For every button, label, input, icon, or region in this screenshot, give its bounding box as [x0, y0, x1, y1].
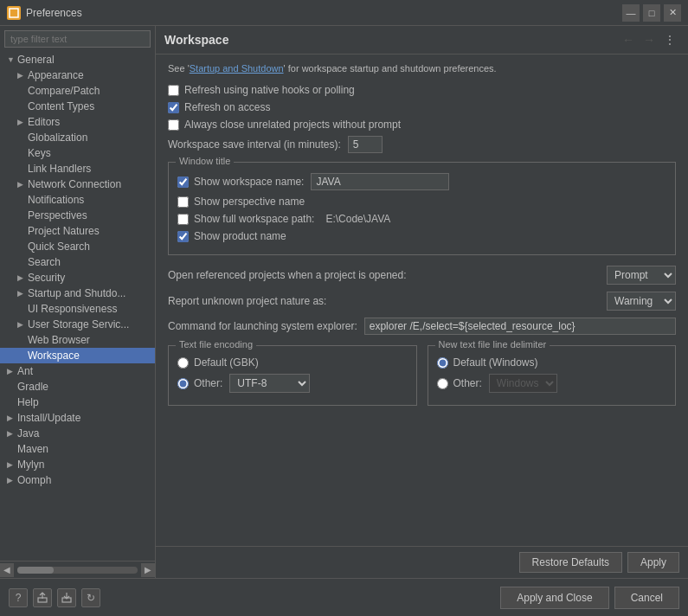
- sidebar-item-user-storage[interactable]: ▶User Storage Servic...: [0, 317, 155, 332]
- tree-label-security: Security: [28, 272, 151, 284]
- tree-label-gradle: Gradle: [17, 381, 151, 393]
- delimiter-other-label: Other:: [453, 377, 482, 389]
- report-unknown-label: Report unknown project nature as:: [168, 295, 600, 307]
- sidebar-item-quick-search[interactable]: Quick Search: [0, 239, 155, 254]
- show-full-path-checkbox[interactable]: [177, 214, 189, 225]
- sidebar-item-globalization[interactable]: Globalization: [0, 130, 155, 145]
- scroll-track: [17, 567, 138, 574]
- sidebar-item-network-connection[interactable]: ▶Network Connection: [0, 176, 155, 192]
- cancel-button[interactable]: Cancel: [614, 587, 679, 609]
- restore-defaults-button[interactable]: Restore Defaults: [519, 552, 622, 573]
- tree-label-user-storage: User Storage Servic...: [28, 318, 151, 330]
- scroll-right-button[interactable]: ▶: [141, 563, 155, 577]
- sidebar-item-mylyn[interactable]: ▶Mylyn: [0, 457, 155, 472]
- sidebar-item-notifications[interactable]: Notifications: [0, 192, 155, 208]
- tree-label-search: Search: [28, 256, 151, 268]
- import-icon[interactable]: [57, 588, 76, 607]
- delimiter-default-label: Default (Windows): [453, 356, 538, 369]
- tree-label-globalization: Globalization: [28, 132, 151, 144]
- back-button[interactable]: ←: [619, 31, 638, 48]
- refresh-access-label: Refresh on access: [184, 101, 270, 113]
- delimiter-other-row: Other: Windows Unix MacOS: [437, 374, 667, 393]
- sidebar-item-link-handlers[interactable]: Link Handlers: [0, 161, 155, 176]
- sidebar-item-web-browser[interactable]: Web Browser: [0, 332, 155, 348]
- sidebar-item-security[interactable]: ▶Security: [0, 270, 155, 286]
- minimize-button[interactable]: —: [622, 4, 640, 22]
- encoding-default-row: Default (GBK): [177, 356, 408, 369]
- delimiter-default-radio[interactable]: [437, 357, 448, 369]
- workspace-interval-row: Workspace save interval (in minutes):: [168, 136, 676, 153]
- export-icon[interactable]: [33, 588, 52, 607]
- filter-input[interactable]: [4, 30, 151, 48]
- tree-label-mylyn: Mylyn: [17, 459, 151, 471]
- refresh-icon[interactable]: ↻: [81, 588, 100, 607]
- delimiter-other-radio[interactable]: [437, 378, 448, 389]
- tree-area[interactable]: ▼General▶AppearanceCompare/PatchContent …: [0, 52, 155, 561]
- startup-shutdown-link[interactable]: Startup and Shutdown: [190, 63, 284, 74]
- tree-arrow-java: ▶: [7, 429, 17, 438]
- encoding-other-select[interactable]: UTF-8 UTF-16 ISO-8859-1 GBK: [229, 374, 310, 393]
- sidebar-item-workspace[interactable]: Workspace: [0, 348, 155, 363]
- sidebar-item-ant[interactable]: ▶Ant: [0, 363, 155, 379]
- apply-button[interactable]: Apply: [627, 552, 679, 573]
- workspace-name-input[interactable]: [311, 173, 449, 190]
- two-col-groups: Text file encoding Default (GBK) Other: …: [168, 345, 676, 406]
- close-unrelated-checkbox[interactable]: [168, 119, 179, 131]
- refresh-native-checkbox[interactable]: [168, 85, 179, 96]
- sidebar-item-content-types[interactable]: Content Types: [0, 99, 155, 114]
- encoding-default-radio[interactable]: [177, 357, 189, 369]
- help-icon[interactable]: ?: [9, 588, 28, 607]
- line-delimiter-title: New text file line delimiter: [435, 339, 550, 350]
- show-perspective-checkbox[interactable]: [177, 196, 189, 208]
- show-full-path-label: Show full workspace path:: [194, 213, 314, 225]
- apply-close-button[interactable]: Apply and Close: [500, 587, 608, 609]
- sidebar-item-project-natures[interactable]: Project Natures: [0, 223, 155, 239]
- show-product-name-label: Show product name: [194, 230, 286, 242]
- tree-label-keys: Keys: [28, 147, 151, 159]
- refresh-access-checkbox[interactable]: [168, 102, 179, 113]
- tree-arrow-editors: ▶: [17, 118, 28, 126]
- encoding-default-label: Default (GBK): [194, 356, 259, 369]
- delimiter-other-select[interactable]: Windows Unix MacOS: [489, 374, 557, 393]
- tree-label-network-connection: Network Connection: [28, 178, 151, 190]
- scroll-thumb: [17, 567, 54, 574]
- text-encoding-title: Text file encoding: [176, 339, 256, 350]
- show-workspace-name-label: Show workspace name:: [194, 176, 304, 188]
- content-body: See 'Startup and Shutdown' for workspace…: [156, 55, 688, 546]
- show-product-name-checkbox[interactable]: [177, 231, 189, 242]
- sidebar-item-startup-shutdown[interactable]: ▶Startup and Shutdo...: [0, 286, 155, 301]
- tree-arrow-oomph: ▶: [7, 476, 17, 484]
- sidebar-item-compare-patch[interactable]: Compare/Patch: [0, 83, 155, 99]
- show-workspace-name-checkbox[interactable]: [177, 176, 189, 188]
- command-explorer-input[interactable]: [364, 318, 676, 335]
- sidebar-item-search[interactable]: Search: [0, 254, 155, 270]
- encoding-other-radio[interactable]: [177, 378, 189, 389]
- maximize-button[interactable]: □: [643, 4, 660, 22]
- titlebar: Preferences — □ ✕: [0, 0, 688, 26]
- sidebar-item-help[interactable]: Help: [0, 395, 155, 410]
- sidebar-item-gradle[interactable]: Gradle: [0, 379, 155, 395]
- action-bar: Restore Defaults Apply: [156, 546, 688, 578]
- sidebar-item-perspectives[interactable]: Perspectives: [0, 208, 155, 223]
- sidebar-item-ui-responsiveness[interactable]: UI Responsiveness: [0, 301, 155, 317]
- app-icon: [7, 6, 21, 20]
- sidebar-item-keys[interactable]: Keys: [0, 145, 155, 161]
- report-unknown-select[interactable]: Warning Error Ignore: [607, 292, 676, 311]
- tree-label-appearance: Appearance: [28, 69, 151, 81]
- menu-button[interactable]: ⋮: [660, 31, 679, 48]
- sidebar-item-appearance[interactable]: ▶Appearance: [0, 67, 155, 83]
- workspace-interval-input[interactable]: [348, 136, 383, 153]
- sidebar-item-general[interactable]: ▼General: [0, 52, 155, 67]
- sidebar-item-maven[interactable]: Maven: [0, 441, 155, 457]
- scroll-left-button[interactable]: ◀: [0, 563, 14, 577]
- close-button[interactable]: ✕: [664, 4, 681, 22]
- sidebar-item-editors[interactable]: ▶Editors: [0, 114, 155, 130]
- sidebar-item-oomph[interactable]: ▶Oomph: [0, 472, 155, 488]
- forward-button[interactable]: →: [640, 31, 659, 48]
- svg-rect-1: [11, 10, 16, 16]
- sidebar-item-install-update[interactable]: ▶Install/Update: [0, 410, 155, 426]
- open-referenced-select[interactable]: Prompt Always Never: [607, 266, 676, 285]
- sidebar-item-java[interactable]: ▶Java: [0, 426, 155, 441]
- show-workspace-name-row: Show workspace name:: [177, 173, 666, 190]
- tree-label-workspace: Workspace: [28, 350, 151, 362]
